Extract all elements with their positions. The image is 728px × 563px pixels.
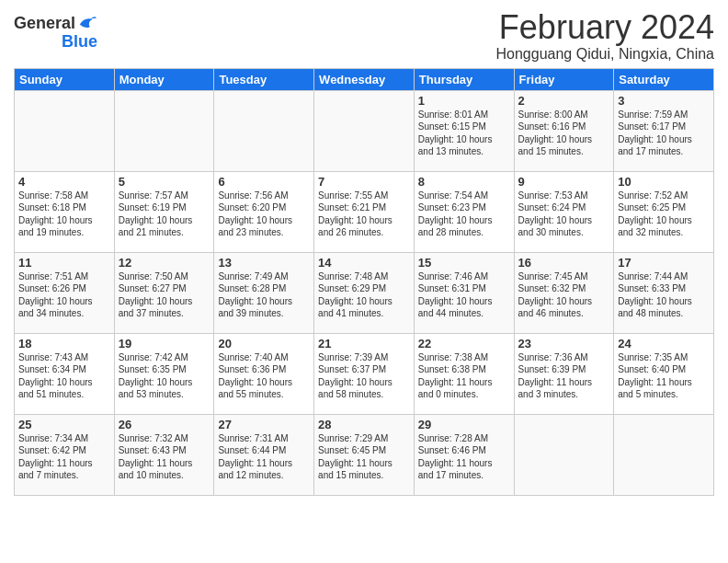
day-cell: 29Sunrise: 7:28 AM Sunset: 6:46 PM Dayli… [414, 414, 514, 495]
day-info: Sunrise: 8:01 AM Sunset: 6:15 PM Dayligh… [418, 109, 510, 158]
day-info: Sunrise: 7:56 AM Sunset: 6:20 PM Dayligh… [218, 190, 310, 239]
day-cell: 12Sunrise: 7:50 AM Sunset: 6:27 PM Dayli… [114, 252, 214, 333]
day-info: Sunrise: 7:59 AM Sunset: 6:17 PM Dayligh… [618, 109, 710, 158]
day-number: 19 [119, 337, 210, 350]
day-number: 3 [618, 94, 710, 108]
day-number: 17 [618, 256, 710, 270]
day-cell: 6Sunrise: 7:56 AM Sunset: 6:20 PM Daylig… [214, 171, 314, 252]
day-cell: 13Sunrise: 7:49 AM Sunset: 6:28 PM Dayli… [214, 252, 314, 333]
day-cell: 28Sunrise: 7:29 AM Sunset: 6:45 PM Dayli… [314, 414, 415, 495]
logo-general-text: General [14, 15, 75, 31]
day-info: Sunrise: 7:46 AM Sunset: 6:31 PM Dayligh… [418, 270, 510, 320]
day-cell: 7Sunrise: 7:55 AM Sunset: 6:21 PM Daylig… [314, 171, 415, 252]
day-number: 27 [218, 418, 310, 431]
logo-blue-text: Blue [62, 33, 97, 50]
day-number: 13 [218, 256, 310, 270]
day-number: 14 [318, 256, 410, 270]
day-info: Sunrise: 7:42 AM Sunset: 6:35 PM Dayligh… [119, 351, 210, 401]
week-row-1: 1Sunrise: 8:01 AM Sunset: 6:15 PM Daylig… [15, 90, 714, 171]
calendar-table: SundayMondayTuesdayWednesdayThursdayFrid… [14, 68, 714, 496]
day-number: 26 [119, 418, 210, 431]
day-header-sunday: Sunday [15, 68, 115, 90]
calendar-subtitle: Hongguang Qidui, Ningxia, China [496, 46, 714, 63]
day-cell: 8Sunrise: 7:54 AM Sunset: 6:23 PM Daylig… [414, 171, 514, 252]
day-info: Sunrise: 7:35 AM Sunset: 6:40 PM Dayligh… [618, 351, 710, 401]
day-cell: 9Sunrise: 7:53 AM Sunset: 6:24 PM Daylig… [514, 171, 614, 252]
day-number: 4 [18, 175, 110, 189]
day-info: Sunrise: 7:55 AM Sunset: 6:21 PM Dayligh… [318, 190, 410, 239]
day-number: 28 [318, 418, 410, 431]
day-cell [114, 90, 214, 171]
day-number: 11 [18, 256, 110, 270]
day-number: 9 [518, 175, 610, 189]
day-cell: 3Sunrise: 7:59 AM Sunset: 6:17 PM Daylig… [614, 90, 714, 171]
day-number: 5 [119, 175, 210, 189]
week-row-4: 18Sunrise: 7:43 AM Sunset: 6:34 PM Dayli… [15, 333, 714, 414]
day-info: Sunrise: 7:53 AM Sunset: 6:24 PM Dayligh… [518, 190, 610, 239]
day-cell: 2Sunrise: 8:00 AM Sunset: 6:16 PM Daylig… [514, 90, 614, 171]
day-info: Sunrise: 7:43 AM Sunset: 6:34 PM Dayligh… [18, 351, 110, 401]
day-number: 1 [418, 94, 510, 108]
day-cell: 26Sunrise: 7:32 AM Sunset: 6:43 PM Dayli… [114, 414, 214, 495]
day-cell: 10Sunrise: 7:52 AM Sunset: 6:25 PM Dayli… [614, 171, 714, 252]
day-header-monday: Monday [114, 68, 214, 90]
day-cell: 25Sunrise: 7:34 AM Sunset: 6:42 PM Dayli… [15, 414, 115, 495]
day-number: 25 [18, 418, 110, 431]
day-info: Sunrise: 7:34 AM Sunset: 6:42 PM Dayligh… [18, 432, 110, 482]
day-info: Sunrise: 7:36 AM Sunset: 6:39 PM Dayligh… [518, 351, 610, 401]
day-info: Sunrise: 7:58 AM Sunset: 6:18 PM Dayligh… [18, 190, 110, 239]
week-row-2: 4Sunrise: 7:58 AM Sunset: 6:18 PM Daylig… [15, 171, 714, 252]
day-header-friday: Friday [514, 68, 614, 90]
day-number: 12 [119, 256, 210, 270]
day-number: 20 [218, 337, 310, 350]
day-info: Sunrise: 7:57 AM Sunset: 6:19 PM Dayligh… [119, 190, 210, 239]
day-info: Sunrise: 7:31 AM Sunset: 6:44 PM Dayligh… [218, 432, 310, 482]
day-info: Sunrise: 7:32 AM Sunset: 6:43 PM Dayligh… [119, 432, 210, 482]
day-cell: 4Sunrise: 7:58 AM Sunset: 6:18 PM Daylig… [15, 171, 115, 252]
day-cell: 24Sunrise: 7:35 AM Sunset: 6:40 PM Dayli… [614, 333, 714, 414]
day-header-saturday: Saturday [614, 68, 714, 90]
day-cell: 11Sunrise: 7:51 AM Sunset: 6:26 PM Dayli… [15, 252, 115, 333]
day-number: 15 [418, 256, 510, 270]
day-number: 24 [618, 337, 710, 350]
title-block: February 2024 Hongguang Qidui, Ningxia, … [496, 9, 714, 63]
day-number: 23 [518, 337, 610, 350]
day-number: 2 [518, 94, 610, 108]
day-cell: 5Sunrise: 7:57 AM Sunset: 6:19 PM Daylig… [114, 171, 214, 252]
day-cell: 14Sunrise: 7:48 AM Sunset: 6:29 PM Dayli… [314, 252, 415, 333]
day-info: Sunrise: 7:28 AM Sunset: 6:46 PM Dayligh… [418, 432, 510, 482]
day-info: Sunrise: 7:48 AM Sunset: 6:29 PM Dayligh… [318, 270, 410, 320]
day-info: Sunrise: 7:54 AM Sunset: 6:23 PM Dayligh… [418, 190, 510, 239]
day-cell [614, 414, 714, 495]
day-number: 22 [418, 337, 510, 350]
day-cell: 22Sunrise: 7:38 AM Sunset: 6:38 PM Dayli… [414, 333, 514, 414]
calendar-page: General Blue February 2024 Hongguang Qid… [0, 0, 728, 563]
day-cell: 23Sunrise: 7:36 AM Sunset: 6:39 PM Dayli… [514, 333, 614, 414]
day-number: 18 [18, 337, 110, 350]
header: General Blue February 2024 Hongguang Qid… [14, 9, 714, 63]
day-cell: 21Sunrise: 7:39 AM Sunset: 6:37 PM Dayli… [314, 333, 415, 414]
day-info: Sunrise: 7:44 AM Sunset: 6:33 PM Dayligh… [618, 270, 710, 320]
day-number: 7 [318, 175, 410, 189]
day-info: Sunrise: 7:38 AM Sunset: 6:38 PM Dayligh… [418, 351, 510, 401]
day-number: 6 [218, 175, 310, 189]
header-row: SundayMondayTuesdayWednesdayThursdayFrid… [15, 68, 714, 90]
logo-bird-icon [77, 13, 97, 33]
day-number: 21 [318, 337, 410, 350]
day-info: Sunrise: 7:50 AM Sunset: 6:27 PM Dayligh… [119, 270, 210, 320]
day-number: 10 [618, 175, 710, 189]
day-number: 16 [518, 256, 610, 270]
day-header-thursday: Thursday [414, 68, 514, 90]
logo: General Blue [14, 13, 97, 50]
day-cell: 20Sunrise: 7:40 AM Sunset: 6:36 PM Dayli… [214, 333, 314, 414]
day-info: Sunrise: 7:40 AM Sunset: 6:36 PM Dayligh… [218, 351, 310, 401]
calendar-title: February 2024 [496, 9, 714, 46]
day-cell [514, 414, 614, 495]
day-info: Sunrise: 8:00 AM Sunset: 6:16 PM Dayligh… [518, 109, 610, 158]
day-cell: 16Sunrise: 7:45 AM Sunset: 6:32 PM Dayli… [514, 252, 614, 333]
day-header-tuesday: Tuesday [214, 68, 314, 90]
day-cell: 17Sunrise: 7:44 AM Sunset: 6:33 PM Dayli… [614, 252, 714, 333]
day-info: Sunrise: 7:45 AM Sunset: 6:32 PM Dayligh… [518, 270, 610, 320]
week-row-3: 11Sunrise: 7:51 AM Sunset: 6:26 PM Dayli… [15, 252, 714, 333]
day-cell: 15Sunrise: 7:46 AM Sunset: 6:31 PM Dayli… [414, 252, 514, 333]
